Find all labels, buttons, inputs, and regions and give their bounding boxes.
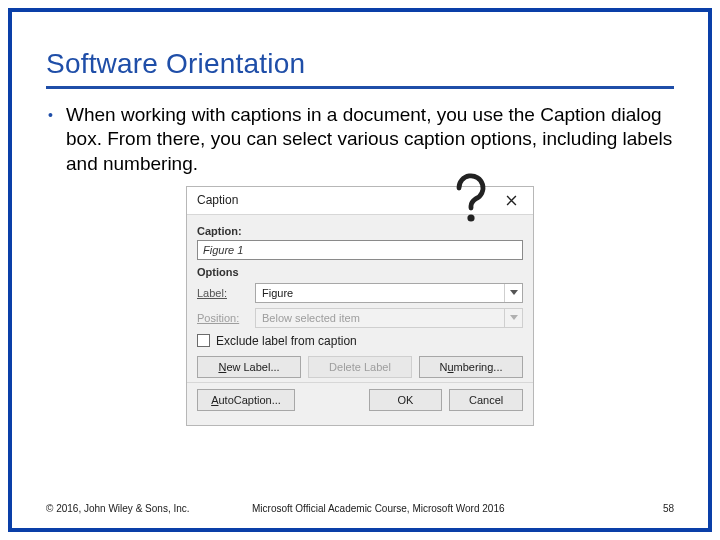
help-icon: [451, 172, 491, 228]
label-field-label: Label:: [197, 287, 255, 299]
svg-point-0: [467, 215, 474, 222]
dialog-title: Caption: [197, 193, 451, 207]
caption-dialog: Caption Caption:: [186, 186, 534, 426]
numbering-button[interactable]: Numbering...: [419, 356, 523, 378]
options-section-label: Options: [197, 266, 523, 278]
help-button[interactable]: [451, 187, 491, 213]
bullet-icon: •: [46, 103, 66, 176]
slide-title: Software Orientation: [46, 48, 674, 80]
close-icon: [506, 195, 517, 206]
new-label-button[interactable]: New Label...: [197, 356, 301, 378]
delete-label-button: Delete Label: [308, 356, 412, 378]
ok-button[interactable]: OK: [369, 389, 443, 411]
autocaption-button[interactable]: AutoCaption...: [197, 389, 295, 411]
bullet-text: When working with captions in a document…: [66, 103, 674, 176]
dialog-divider: [187, 382, 533, 383]
numbering-button-text: mbering...: [454, 361, 503, 373]
caption-input[interactable]: Figure 1: [197, 240, 523, 260]
cancel-button-text: Cancel: [469, 394, 503, 406]
chevron-down-icon: [504, 309, 522, 327]
new-label-button-text: ew Label...: [226, 361, 279, 373]
cancel-button[interactable]: Cancel: [449, 389, 523, 411]
delete-label-button-text: Delete Label: [329, 361, 391, 373]
caption-input-value: Figure 1: [203, 244, 243, 256]
footer-page-number: 58: [644, 503, 674, 514]
label-select[interactable]: Figure: [255, 283, 523, 303]
position-select: Below selected item: [255, 308, 523, 328]
chevron-down-icon: [504, 284, 522, 302]
ok-button-text: OK: [398, 394, 414, 406]
label-select-value: Figure: [262, 287, 293, 299]
close-button[interactable]: [491, 187, 531, 213]
footer-course: Microsoft Official Academic Course, Micr…: [216, 503, 644, 514]
exclude-label-text: Exclude label from caption: [216, 334, 357, 348]
autocaption-button-text: utoCaption...: [218, 394, 280, 406]
footer-copyright: © 2016, John Wiley & Sons, Inc.: [46, 503, 216, 514]
dialog-titlebar: Caption: [187, 187, 533, 215]
title-divider: [46, 86, 674, 89]
position-select-value: Below selected item: [262, 312, 360, 324]
exclude-label-checkbox-row[interactable]: Exclude label from caption: [197, 334, 523, 348]
exclude-label-checkbox[interactable]: [197, 334, 210, 347]
position-field-label: Position:: [197, 312, 255, 324]
